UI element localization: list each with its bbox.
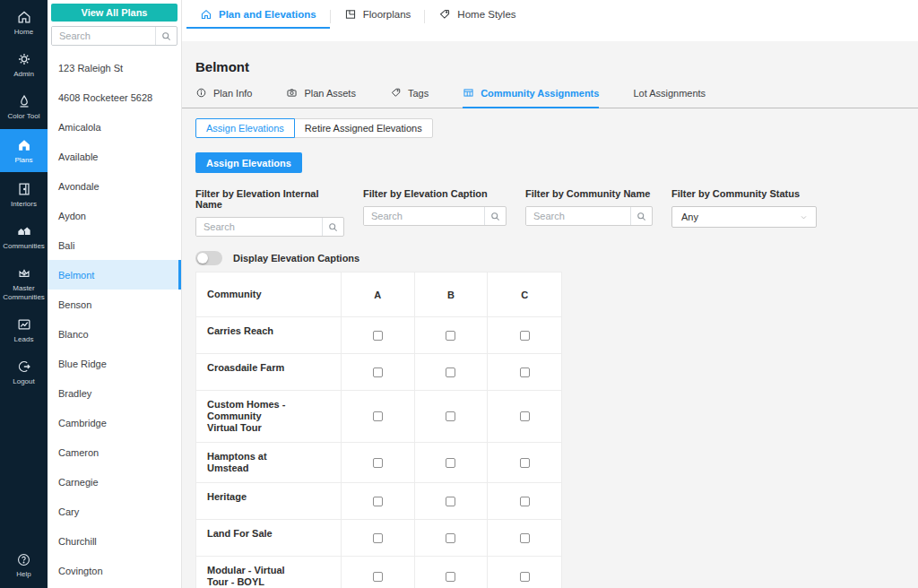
plan-list-item[interactable]: Bradley xyxy=(48,378,181,408)
plan-detail-panel: Belmont Plan Info Plan Assets Tags Commu… xyxy=(182,41,918,588)
tab-lot-assignments[interactable]: Lot Assignments xyxy=(633,87,706,108)
assignment-checkbox[interactable] xyxy=(520,533,530,543)
plan-list-item[interactable]: 4608 Rocketeer 5628 xyxy=(48,82,181,112)
search-icon[interactable] xyxy=(322,218,343,236)
assignment-checkbox[interactable] xyxy=(520,411,530,421)
tab-tags[interactable]: Tags xyxy=(390,87,429,108)
plan-list-item-label: 123 Raleigh St xyxy=(58,63,123,74)
plan-list-item[interactable]: Covington xyxy=(48,556,181,585)
table-body: Carries Reach Croasdaile Farm xyxy=(196,317,561,588)
nav-tab-label: Floorplans xyxy=(363,9,411,20)
elevation-b-cell xyxy=(415,317,489,353)
elevation-internal-name-input[interactable] xyxy=(196,218,322,236)
view-all-plans-button[interactable]: View All Plans xyxy=(51,4,178,22)
sidebar-item-interiors[interactable]: Interiors xyxy=(0,175,48,214)
retire-assigned-elevations-segment[interactable]: Retire Assigned Elevations xyxy=(294,118,433,138)
plan-list-item[interactable]: Churchill xyxy=(48,526,181,556)
elevation-a-cell xyxy=(342,443,415,482)
plans-search-input[interactable] xyxy=(52,27,155,45)
assignment-checkbox[interactable] xyxy=(446,572,455,582)
plan-list-item[interactable]: Blanco xyxy=(48,319,181,349)
plan-list-item[interactable]: Avondale xyxy=(48,171,181,201)
community-name-input[interactable] xyxy=(526,207,630,225)
sidebar-item-communities[interactable]: Communities xyxy=(0,217,48,256)
display-elevation-captions-toggle[interactable] xyxy=(195,251,222,265)
tab-label: Tags xyxy=(408,88,429,99)
elevation-caption-input[interactable] xyxy=(364,207,484,225)
assignment-checkbox[interactable] xyxy=(373,572,383,582)
tab-community-assignments[interactable]: Community Assignments xyxy=(463,87,599,108)
elevation-b-cell xyxy=(415,520,489,556)
plan-list-item[interactable]: Bali xyxy=(48,230,181,260)
assignment-checkbox[interactable] xyxy=(373,497,383,506)
assignment-checkbox[interactable] xyxy=(520,572,530,582)
elevation-c-cell xyxy=(488,483,561,519)
sidebar-item-label: Communities xyxy=(3,242,45,251)
assignment-checkbox[interactable] xyxy=(520,331,530,341)
plan-list-item[interactable]: Belmont xyxy=(48,260,181,290)
plan-list-item-label: 4608 Rocketeer 5628 xyxy=(58,92,152,103)
tab-plan-assets[interactable]: Plan Assets xyxy=(286,87,355,108)
plan-list-item[interactable]: Cambridge xyxy=(48,408,181,437)
crown-icon xyxy=(16,265,32,281)
plan-list-item[interactable]: Available xyxy=(48,142,181,171)
plan-list-item[interactable]: Blue Ridge xyxy=(48,349,181,378)
sidebar-item-master-communities[interactable]: Master Communities xyxy=(0,259,48,307)
elevation-b-cell xyxy=(415,391,489,442)
plan-list-item-label: Churchill xyxy=(58,536,97,547)
assignment-checkbox[interactable] xyxy=(446,533,455,543)
display-elevation-captions-row: Display Elevation Captions xyxy=(195,251,918,265)
nav-tab-plan-and-elevations[interactable]: Plan and Elevations xyxy=(186,0,330,29)
select-value: Any xyxy=(681,212,698,222)
home-icon xyxy=(16,9,32,25)
assignment-checkbox[interactable] xyxy=(446,411,455,421)
nav-tab-home-styles[interactable]: Home Styles xyxy=(425,0,529,29)
plan-list-item[interactable]: Benson xyxy=(48,290,181,319)
assignment-checkbox[interactable] xyxy=(520,368,530,377)
assignment-checkbox[interactable] xyxy=(520,458,530,468)
sidebar-item-color-tool[interactable]: Color Tool xyxy=(0,87,48,126)
search-icon[interactable] xyxy=(155,27,177,45)
search-icon[interactable] xyxy=(484,207,506,225)
sidebar-item-logout[interactable]: Logout xyxy=(0,352,48,392)
assignment-checkbox[interactable] xyxy=(446,368,455,377)
elevation-c-cell xyxy=(488,391,561,442)
plan-list-item[interactable]: Cary xyxy=(48,497,181,526)
assignment-checkbox[interactable] xyxy=(373,458,383,468)
plan-list-item[interactable]: Carnegie xyxy=(48,467,181,497)
table-header-row: Community A B C xyxy=(196,272,561,317)
assignment-checkbox[interactable] xyxy=(373,368,383,377)
door-icon xyxy=(16,181,32,197)
assign-elevations-segment[interactable]: Assign Elevations xyxy=(195,118,295,138)
community-status-select[interactable]: Any xyxy=(671,206,817,228)
plan-list-item[interactable]: Amicalola xyxy=(48,112,181,142)
plan-list-item-label: Blue Ridge xyxy=(58,359,107,369)
assignment-checkbox[interactable] xyxy=(520,497,530,506)
plan-list-item[interactable]: 123 Raleigh St xyxy=(48,53,181,82)
assign-elevations-button[interactable]: Assign Elevations xyxy=(195,152,302,173)
elevation-c-cell xyxy=(488,520,561,556)
plan-list-item[interactable]: Cameron xyxy=(48,437,181,467)
sidebar-item-home[interactable]: Home xyxy=(0,3,48,42)
sidebar-item-admin[interactable]: Admin xyxy=(0,45,48,84)
logout-icon xyxy=(16,359,32,375)
sidebar-item-leads[interactable]: Leads xyxy=(0,310,48,350)
sidebar-item-label: Color Tool xyxy=(8,112,40,121)
table-row: Hamptons at Umstead xyxy=(196,443,561,483)
sidebar-item-plans[interactable]: Plans xyxy=(0,129,48,172)
plan-list-item[interactable]: Aydon xyxy=(48,201,181,230)
assignment-checkbox[interactable] xyxy=(446,331,455,341)
plan-list-item-label: Belmont xyxy=(58,270,94,281)
toggle-knob xyxy=(197,253,208,264)
elevation-a-cell xyxy=(342,317,415,353)
column-header-community: Community xyxy=(196,272,342,316)
assignment-checkbox[interactable] xyxy=(373,533,383,543)
assignment-checkbox[interactable] xyxy=(446,497,455,506)
sidebar-item-help[interactable]: Help xyxy=(0,546,48,584)
nav-tab-floorplans[interactable]: Floorplans xyxy=(331,0,425,29)
assignment-checkbox[interactable] xyxy=(373,411,383,421)
assignment-checkbox[interactable] xyxy=(446,458,455,468)
tab-plan-info[interactable]: Plan Info xyxy=(195,87,252,108)
assignment-checkbox[interactable] xyxy=(373,331,383,341)
search-icon[interactable] xyxy=(630,207,652,225)
